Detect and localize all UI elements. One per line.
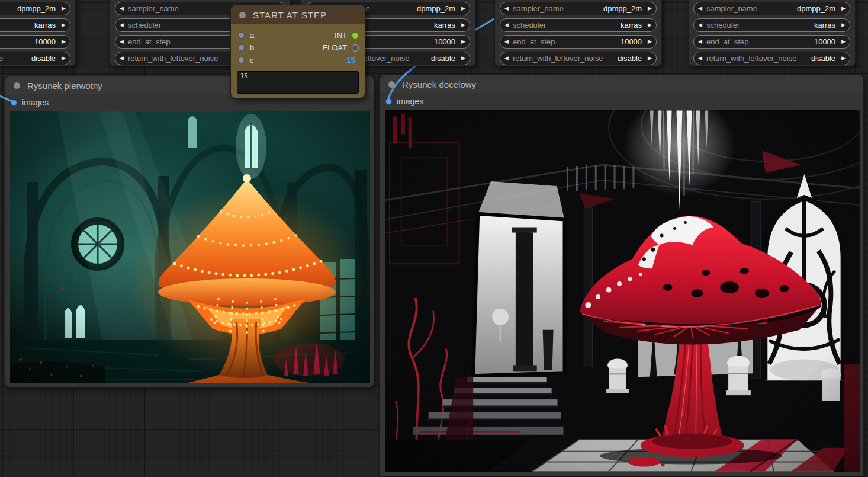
increment-arrow-icon[interactable]: ▶ (644, 2, 656, 15)
increment-arrow-icon[interactable]: ▶ (644, 19, 656, 31)
node-title: Rysunek docelowy (402, 79, 476, 89)
decrement-arrow-icon[interactable]: ◀ (694, 19, 706, 31)
widget-return-with-leftover-noise[interactable]: ◀return_with_leftover_noisedisable▶ (500, 52, 657, 65)
preview-node-docelowy[interactable]: Rysunek docelowy images (380, 75, 864, 476)
widget-end-at-step[interactable]: ◀end_at_step10000▶ (0, 35, 70, 49)
widget-scheduler[interactable]: ◀schedulerkarras▶ (500, 18, 657, 32)
decrement-arrow-icon[interactable]: ◀ (694, 52, 706, 65)
decrement-arrow-icon[interactable]: ◀ (500, 36, 513, 48)
output-slot-float[interactable] (352, 44, 359, 52)
sampler-node-1[interactable]: ◀sampler_namedpmpp_2m▶ ◀schedulerkarras▶… (0, 0, 76, 66)
images-slot-row: images (380, 93, 863, 110)
input-slot-a[interactable] (238, 32, 245, 39)
increment-arrow-icon[interactable]: ▶ (57, 36, 70, 48)
slot-row-c: c 15 (231, 54, 365, 66)
increment-arrow-icon[interactable]: ▶ (57, 52, 70, 65)
preview-image-red-mushroom (385, 110, 860, 472)
start-at-step-node[interactable]: START AT STEP a INT b FLOAT c 15 15 (230, 5, 365, 98)
node-collapse-dot[interactable] (239, 12, 246, 18)
decrement-arrow-icon[interactable]: ◀ (694, 36, 706, 48)
widget-sampler-name[interactable]: ◀sampler_namedpmpp_2m▶ (0, 2, 70, 15)
sampler-node-5[interactable]: ◀sampler_namedpmpp_2m▶ ◀schedulerkarras▶… (688, 0, 856, 66)
input-slot-c[interactable] (238, 57, 245, 63)
decrement-arrow-icon[interactable]: ◀ (500, 2, 513, 15)
start-at-step-title-bar[interactable]: START AT STEP (231, 5, 365, 24)
c-value: 15 (347, 54, 355, 66)
increment-arrow-icon[interactable]: ▶ (457, 36, 470, 48)
images-input-slot[interactable] (11, 100, 17, 106)
decrement-arrow-icon[interactable]: ◀ (115, 36, 128, 48)
input-slot-b[interactable] (238, 44, 245, 51)
node-collapse-dot[interactable] (14, 82, 20, 89)
decrement-arrow-icon[interactable]: ◀ (694, 2, 706, 15)
widget-sampler-name[interactable]: ◀sampler_namedpmpp_2m▶ (500, 2, 657, 15)
value-textarea[interactable]: 15 (237, 71, 359, 94)
decrement-arrow-icon[interactable]: ◀ (115, 52, 128, 65)
decrement-arrow-icon[interactable]: ◀ (115, 19, 128, 31)
widget-end-at-step[interactable]: ◀end_at_step10000▶ (693, 35, 850, 49)
increment-arrow-icon[interactable]: ▶ (457, 52, 470, 65)
node-title: START AT STEP (253, 10, 327, 20)
increment-arrow-icon[interactable]: ▶ (837, 2, 850, 15)
decrement-arrow-icon[interactable]: ◀ (115, 2, 128, 15)
node-graph-canvas[interactable]: { "samplers": [ {"widgets":[{"name":"sam… (0, 0, 868, 477)
decrement-arrow-icon[interactable]: ◀ (500, 19, 513, 31)
preview-image-orange-mushroom (10, 111, 370, 383)
decrement-arrow-icon[interactable]: ◀ (500, 52, 513, 65)
node-collapse-dot[interactable] (388, 81, 395, 88)
output-slot-int[interactable] (352, 32, 359, 39)
preview-node-title-bar[interactable]: Rysunek docelowy (380, 75, 863, 93)
preview-node-pierwotny[interactable]: Rysunek pierwotny images (5, 76, 374, 388)
increment-arrow-icon[interactable]: ▶ (457, 2, 470, 15)
increment-arrow-icon[interactable]: ▶ (57, 19, 70, 31)
images-input-slot[interactable] (385, 98, 392, 105)
increment-arrow-icon[interactable]: ▶ (457, 19, 470, 31)
widget-return-with-leftover-noise[interactable]: ◀return_with_leftover_noisedisable▶ (693, 52, 850, 65)
increment-arrow-icon[interactable]: ▶ (837, 52, 850, 65)
increment-arrow-icon[interactable]: ▶ (644, 52, 656, 65)
widget-scheduler[interactable]: ◀schedulerkarras▶ (693, 18, 850, 32)
increment-arrow-icon[interactable]: ▶ (837, 36, 850, 48)
increment-arrow-icon[interactable]: ▶ (57, 2, 70, 15)
slot-row-a: a INT (231, 29, 365, 41)
node-title: Rysunek pierwotny (27, 81, 102, 91)
increment-arrow-icon[interactable]: ▶ (644, 36, 656, 48)
widget-end-at-step[interactable]: ◀end_at_step10000▶ (500, 35, 657, 49)
widget-sampler-name[interactable]: ◀sampler_namedpmpp_2m▶ (693, 2, 850, 15)
sampler-node-4[interactable]: ◀sampler_namedpmpp_2m▶ ◀schedulerkarras▶… (494, 0, 662, 66)
widget-return-with-leftover-noise[interactable]: ◀return_with_leftover_noisedisable▶ (0, 52, 70, 65)
slot-row-b: b FLOAT (231, 41, 365, 54)
increment-arrow-icon[interactable]: ▶ (837, 19, 850, 31)
widget-scheduler[interactable]: ◀schedulerkarras▶ (0, 18, 70, 32)
